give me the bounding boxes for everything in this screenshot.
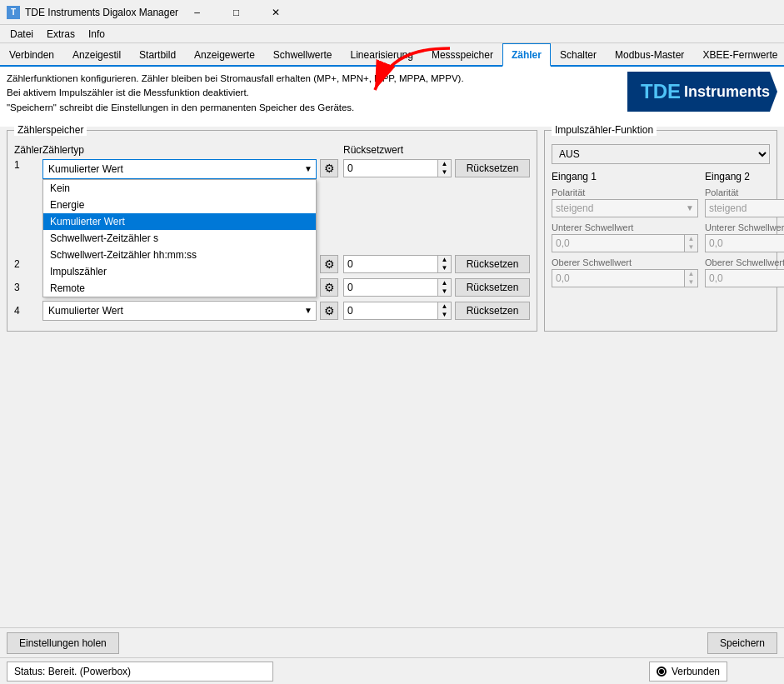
row2-spin-up[interactable]: ▲ — [438, 256, 451, 264]
eingang1-polaritaet-select[interactable]: steigend ▼ — [552, 199, 698, 217]
status-bar: Status: Bereit. (Powerbox) Verbunden — [0, 657, 784, 684]
eingang1-oberer-up[interactable]: ▲ — [685, 270, 697, 278]
eingang2-oberer-group: Oberer Schwellwert ▲ ▼ — [705, 257, 784, 287]
menu-extras[interactable]: Extras — [40, 27, 82, 42]
eingang2-polaritaet-label: Polarität — [705, 187, 784, 197]
row2-spin-down[interactable]: ▼ — [438, 264, 451, 272]
eingang2-oberer-input[interactable] — [706, 270, 784, 287]
row3-gear-button[interactable]: ⚙ — [320, 278, 338, 297]
row2-gear-button[interactable]: ⚙ — [320, 255, 338, 273]
eingang2-unterer-group: Unterer Schwellwert ▲ ▼ — [705, 222, 784, 252]
eingang2-unterer-input[interactable] — [706, 235, 784, 252]
tab-verbinden[interactable]: Verbinden — [0, 43, 63, 65]
col-header-rueck: Rücksetzwert — [343, 144, 452, 156]
option-schwellzeit-hh[interactable]: Schwellwert-Zeitzähler hh:mm:ss — [43, 247, 316, 263]
row2-spin-btns: ▲ ▼ — [437, 256, 451, 272]
maximize-button[interactable]: □ — [217, 1, 255, 24]
connected-radio-icon — [657, 667, 667, 677]
tab-anzeigestil[interactable]: Anzeigestil — [63, 43, 130, 65]
eingang2-polaritaet-group: Polarität steigend ▼ — [705, 187, 784, 217]
eingang1-oberer-spins: ▲ ▼ — [684, 270, 697, 287]
status-text: Status: Bereit. (Powerbox) — [7, 662, 273, 682]
tde-logo: TDE Instruments — [627, 72, 777, 112]
eingang1-oberer-input[interactable] — [552, 270, 684, 287]
close-button[interactable]: ✕ — [257, 1, 294, 24]
row3-rueck-input-wrap: ▲ ▼ — [343, 278, 452, 297]
row4-rueck-input[interactable] — [344, 302, 437, 319]
row3-spin-up[interactable]: ▲ — [438, 279, 451, 287]
menu-bar: Datei Extras Info — [0, 25, 784, 43]
row1-rueck-input-wrap: ▲ ▼ — [343, 159, 452, 177]
row4-dropdown[interactable]: Kumulierter Wert ▼ — [42, 301, 317, 321]
row1-dropdown[interactable]: Kumulierter Wert ▼ — [42, 159, 317, 179]
option-kein[interactable]: Kein — [43, 180, 316, 197]
row1-chevron-icon: ▼ — [301, 164, 316, 173]
menu-datei[interactable]: Datei — [3, 27, 40, 42]
eingang1-unterer-down[interactable]: ▼ — [685, 243, 697, 252]
row4-reset-button[interactable]: Rücksetzen — [455, 302, 530, 320]
row3-spin-down[interactable]: ▼ — [438, 287, 451, 296]
col-header-zaehler: Zähler — [14, 144, 39, 156]
row1-num: 1 — [14, 159, 39, 171]
option-energie[interactable]: Energie — [43, 197, 316, 213]
tab-linearisierung[interactable]: Linearisierung — [342, 43, 422, 65]
impulse-panel: Impulszähler-Funktion AUS Eingang 1 Pola… — [544, 130, 777, 332]
row4-spin-btns: ▲ ▼ — [437, 302, 451, 319]
eingang1-unterer-up[interactable]: ▲ — [685, 235, 697, 243]
row1-spin-down[interactable]: ▼ — [438, 168, 451, 177]
zaehler-panel-title: Zählerspeicher — [14, 124, 87, 136]
tab-anzeigewerte[interactable]: Anzeigewerte — [185, 43, 264, 65]
tab-modbus[interactable]: Modbus-Master — [606, 43, 693, 65]
eingang1-pol-chevron: ▼ — [682, 203, 697, 212]
row1-spin-up[interactable]: ▲ — [438, 160, 451, 168]
connected-label: Verbunden — [672, 666, 720, 677]
row4-gear-button[interactable]: ⚙ — [320, 302, 338, 320]
row1-reset-button[interactable]: Rücksetzen — [455, 159, 530, 177]
row3-num: 3 — [14, 282, 39, 293]
minimize-button[interactable]: – — [178, 1, 216, 24]
tab-startbild[interactable]: Startbild — [130, 43, 185, 65]
option-remote[interactable]: Remote — [43, 280, 316, 297]
tab-xbee[interactable]: XBEE-Fernwerte — [693, 43, 784, 65]
eingang1-oberer-group: Oberer Schwellwert ▲ ▼ — [552, 257, 698, 287]
option-schwellzeit-s[interactable]: Schwellwert-Zeitzähler s — [43, 230, 316, 247]
holen-button[interactable]: Einstellungen holen — [7, 632, 119, 654]
row4-spin-up[interactable]: ▲ — [438, 302, 451, 311]
row2-reset-button[interactable]: Rücksetzen — [455, 255, 530, 273]
main-content: Zählerspeicher Zähler Zählertyp Rücksetz… — [0, 127, 784, 335]
tab-schwellwerte[interactable]: Schwellwerte — [264, 43, 342, 65]
menu-info[interactable]: Info — [82, 27, 112, 42]
row4-chevron-icon: ▼ — [301, 306, 316, 315]
speichern-button[interactable]: Speichern — [707, 632, 777, 654]
eingang2-oberer-label: Oberer Schwellwert — [705, 257, 784, 267]
impulse-select[interactable]: AUS — [552, 144, 770, 164]
eingang1-title-group: Eingang 1 — [552, 171, 698, 182]
option-kumuliert[interactable]: Kumulierter Wert — [43, 213, 316, 230]
eingang1-unterer-spins: ▲ ▼ — [684, 235, 697, 252]
row4-spin-down[interactable]: ▼ — [438, 311, 451, 319]
option-impuls[interactable]: Impulszähler — [43, 263, 316, 280]
eingang1-col: Eingang 1 Polarität steigend ▼ Unterer S… — [552, 171, 698, 292]
row2-num: 2 — [14, 258, 39, 270]
row2-rueck-input[interactable] — [344, 256, 437, 272]
row1-dropdown-container: Kumulierter Wert ▼ Kein Energie Kumulier… — [42, 159, 317, 179]
eingang1-oberer-down[interactable]: ▼ — [685, 278, 697, 287]
eingang1-oberer-wrap: ▲ ▼ — [552, 269, 698, 287]
row1-selected: Kumulierter Wert — [43, 163, 301, 175]
row1-spin-btns: ▲ ▼ — [437, 160, 451, 177]
tab-schalter[interactable]: Schalter — [551, 43, 606, 65]
tab-messspeicher[interactable]: Messspeicher — [422, 43, 502, 65]
row1-gear-button[interactable]: ⚙ — [320, 159, 338, 177]
tab-zaehler[interactable]: Zähler — [502, 43, 551, 67]
row3-reset-button[interactable]: Rücksetzen — [455, 278, 530, 297]
eingang1-oberer-label: Oberer Schwellwert — [552, 257, 698, 267]
eingang1-unterer-label: Unterer Schwellwert — [552, 222, 698, 232]
eingang1-polaritaet-group: Polarität steigend ▼ — [552, 187, 698, 217]
eingang1-unterer-input[interactable] — [552, 235, 684, 252]
row1-rueck-input[interactable] — [344, 160, 437, 177]
zaehler-row-4: 4 Kumulierter Wert ▼ ⚙ ▲ ▼ Rücksetzen — [14, 301, 530, 321]
eingang2-unterer-wrap: ▲ ▼ — [705, 234, 784, 252]
eingang2-polaritaet-select[interactable]: steigend ▼ — [705, 199, 784, 217]
zaehler-panel: Zählerspeicher Zähler Zählertyp Rücksetz… — [7, 130, 537, 332]
row3-rueck-input[interactable] — [344, 279, 437, 296]
